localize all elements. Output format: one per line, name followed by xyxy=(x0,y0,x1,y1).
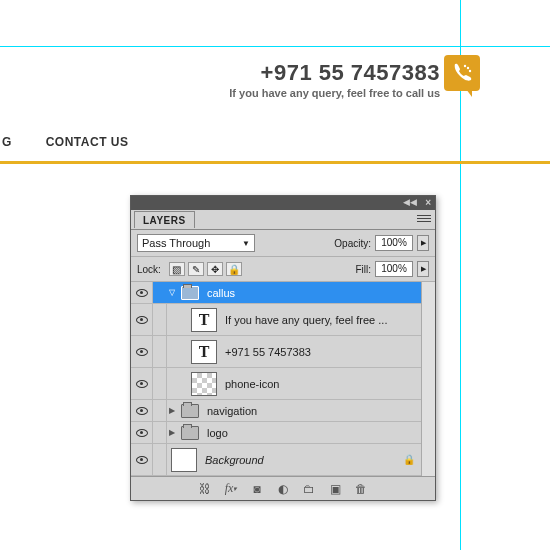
link-layers-icon[interactable]: ⛓ xyxy=(197,482,213,496)
new-layer-icon[interactable]: ▣ xyxy=(327,482,343,496)
phone-icon xyxy=(444,55,480,91)
delete-layer-icon[interactable]: 🗑 xyxy=(353,482,369,496)
layer-background[interactable]: Background 🔒 xyxy=(131,444,435,476)
svg-point-2 xyxy=(469,70,471,72)
blend-opacity-row: Pass Through ▼ Opacity: 100% ▶ xyxy=(131,230,435,257)
chevron-down-icon: ▼ xyxy=(242,239,250,248)
layer-name[interactable]: navigation xyxy=(207,405,421,417)
adjustment-layer-icon[interactable]: ◐ xyxy=(275,482,291,496)
panel-footer: ⛓ fx▾ ◙ ◐ 🗀 ▣ 🗑 xyxy=(131,476,435,500)
nav-item-partial[interactable]: G xyxy=(2,135,12,149)
panel-tabs: LAYERS xyxy=(131,210,435,230)
nav-divider xyxy=(0,161,550,164)
layer-phone-icon[interactable]: phone-icon xyxy=(131,368,435,400)
collapse-icon[interactable]: ◀◀ xyxy=(403,197,417,207)
visibility-icon[interactable] xyxy=(136,380,148,388)
lock-fill-row: Lock: ▧ ✎ ✥ 🔒 Fill: 100% ▶ xyxy=(131,257,435,282)
layer-name[interactable]: +971 55 7457383 xyxy=(225,346,421,358)
disclosure-down-icon[interactable]: ▽ xyxy=(167,288,177,297)
scrollbar[interactable] xyxy=(421,282,435,476)
raster-layer-icon xyxy=(191,372,217,396)
layer-name[interactable]: logo xyxy=(207,427,421,439)
visibility-icon[interactable] xyxy=(136,456,148,464)
layer-thumb xyxy=(171,448,197,472)
layer-name[interactable]: Background xyxy=(205,454,403,466)
panel-topbar[interactable]: ◀◀ × xyxy=(131,196,435,210)
disclosure-right-icon[interactable]: ▶ xyxy=(167,428,177,437)
layer-text-query[interactable]: T If you have any query, feel free ... xyxy=(131,304,435,336)
opacity-input[interactable]: 100% xyxy=(375,235,413,251)
opacity-flyout-icon[interactable]: ▶ xyxy=(417,235,429,251)
new-group-icon[interactable]: 🗀 xyxy=(301,482,317,496)
folder-icon xyxy=(181,426,199,440)
layer-group-navigation[interactable]: ▶ navigation xyxy=(131,400,435,422)
fx-icon[interactable]: fx▾ xyxy=(223,482,239,496)
layer-name[interactable]: phone-icon xyxy=(225,378,421,390)
visibility-icon[interactable] xyxy=(136,348,148,356)
tab-layers[interactable]: LAYERS xyxy=(134,211,195,228)
blend-mode-value: Pass Through xyxy=(142,237,210,249)
svg-point-0 xyxy=(464,65,466,67)
text-layer-icon: T xyxy=(191,340,217,364)
blend-mode-select[interactable]: Pass Through ▼ xyxy=(137,234,255,252)
fill-label: Fill: xyxy=(355,264,371,275)
close-icon[interactable]: × xyxy=(425,197,431,208)
lock-indicator-icon: 🔒 xyxy=(403,454,415,465)
lock-label: Lock: xyxy=(137,264,161,275)
callus-block: +971 55 7457383 If you have any query, f… xyxy=(229,60,440,99)
lock-all-icon[interactable]: 🔒 xyxy=(226,262,242,276)
layers-panel: ◀◀ × LAYERS Pass Through ▼ Opacity: 100%… xyxy=(130,195,436,501)
lock-pixels-icon[interactable]: ✎ xyxy=(188,262,204,276)
lock-transparency-icon[interactable]: ▧ xyxy=(169,262,185,276)
navigation-bar: G CONTACT US xyxy=(0,135,550,164)
opacity-label: Opacity: xyxy=(334,238,371,249)
visibility-icon[interactable] xyxy=(136,407,148,415)
disclosure-right-icon[interactable]: ▶ xyxy=(167,406,177,415)
folder-icon xyxy=(181,404,199,418)
fill-input[interactable]: 100% xyxy=(375,261,413,277)
layer-name[interactable]: callus xyxy=(207,287,421,299)
guide-horizontal xyxy=(0,46,550,47)
layer-mask-icon[interactable]: ◙ xyxy=(249,482,265,496)
phone-number: +971 55 7457383 xyxy=(229,60,440,86)
folder-icon xyxy=(181,286,199,300)
visibility-icon[interactable] xyxy=(136,429,148,437)
nav-item-contact[interactable]: CONTACT US xyxy=(46,135,129,149)
text-layer-icon: T xyxy=(191,308,217,332)
layer-group-logo[interactable]: ▶ logo xyxy=(131,422,435,444)
svg-point-1 xyxy=(467,67,469,69)
fill-flyout-icon[interactable]: ▶ xyxy=(417,261,429,277)
phone-query-text: If you have any query, feel free to call… xyxy=(229,87,440,99)
visibility-icon[interactable] xyxy=(136,289,148,297)
visibility-icon[interactable] xyxy=(136,316,148,324)
lock-icons: ▧ ✎ ✥ 🔒 xyxy=(169,262,242,276)
layer-group-callus[interactable]: ▽ callus xyxy=(131,282,435,304)
panel-menu-icon[interactable] xyxy=(417,213,431,225)
layer-name[interactable]: If you have any query, feel free ... xyxy=(225,314,421,326)
layer-text-phone[interactable]: T +971 55 7457383 xyxy=(131,336,435,368)
layers-list: ▽ callus T If you have any query, feel f… xyxy=(131,282,435,476)
lock-position-icon[interactable]: ✥ xyxy=(207,262,223,276)
